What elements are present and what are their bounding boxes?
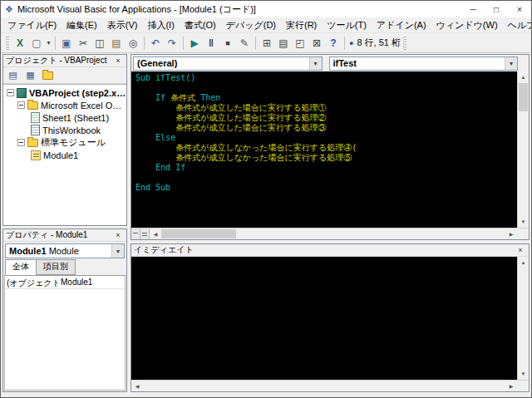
code-horizontal-scrollbar[interactable]: ◀ ▶ (131, 228, 529, 239)
scroll-up-icon[interactable]: ▲ (518, 71, 529, 83)
menu-item-debug[interactable]: デバッグ(D) (221, 17, 281, 33)
code-line: 条件式が成立した場合に実行する処理② (135, 113, 517, 123)
scroll-down-icon[interactable]: ▼ (518, 216, 529, 228)
properties-panel-close-icon[interactable]: × (112, 230, 124, 241)
scroll-left-icon[interactable]: ◀ (131, 381, 143, 391)
collapse-icon[interactable] (7, 89, 14, 96)
object-browser-button[interactable]: ◰ (292, 35, 308, 52)
find-button[interactable]: ◎ (125, 35, 141, 52)
scroll-right-icon[interactable]: ▶ (505, 381, 517, 391)
tree-item-excel-objects-folder[interactable]: Microsoft Excel Objects (5, 99, 126, 111)
menu-item-file[interactable]: ファイル(F) (2, 17, 62, 33)
properties-object-selector[interactable]: Module1 Module ▾ (5, 243, 125, 258)
scroll-down-icon[interactable]: ▼ (518, 368, 529, 380)
procedure-view-button[interactable] (131, 228, 140, 239)
tree-item-sheet1[interactable]: Sheet1 (Sheet1) (5, 111, 126, 124)
scrollbar-thumb[interactable] (519, 83, 528, 111)
tree-item-module1[interactable]: Module1 (5, 149, 126, 161)
copy-button[interactable]: ◫ (91, 35, 108, 52)
collapse-icon[interactable] (17, 139, 25, 146)
tree-item-thisworkbook[interactable]: ThisWorkbook (5, 124, 126, 136)
folder-icon (27, 101, 38, 110)
project-explorer-button[interactable]: ⊞ (259, 35, 275, 52)
scrollbar-track[interactable] (143, 381, 505, 391)
scrollbar-track[interactable] (518, 268, 529, 368)
object-dropdown[interactable]: (General) ▾ (133, 57, 323, 71)
tab-categorized[interactable]: 項目別 (36, 259, 76, 275)
procedure-dropdown[interactable]: ifTest ▾ (329, 57, 519, 71)
scroll-up-icon[interactable]: ▲ (518, 257, 529, 268)
minimize-button[interactable]: ─ (461, 1, 485, 17)
worksheet-icon (31, 112, 40, 123)
code-line: End If (135, 163, 517, 173)
menu-item-run[interactable]: 実行(R) (281, 17, 322, 33)
menu-item-view[interactable]: 表示(V) (102, 17, 143, 33)
immediate-input-area[interactable] (131, 257, 517, 380)
chevron-down-icon[interactable]: ▾ (505, 57, 517, 70)
right-column: (General) ▾ ifTest ▾ Sub ifTest() If 条件式… (131, 54, 530, 392)
menu-item-insert[interactable]: 挿入(I) (142, 17, 179, 33)
toggle-folders-button[interactable] (40, 68, 56, 82)
property-value-cell[interactable]: Module1 (58, 276, 125, 288)
save-button[interactable]: ▣ (58, 35, 75, 52)
help-icon: ? (330, 38, 336, 48)
maximize-button[interactable]: □ (485, 1, 508, 17)
immediate-vertical-scrollbar[interactable]: ▲ ▼ (517, 257, 529, 380)
cut-button[interactable]: ✂ (75, 35, 91, 52)
tree-item-project-root[interactable]: VBAProject (step2.xlsm) (5, 86, 126, 99)
object-browser-icon: ◰ (295, 38, 304, 48)
design-mode-button[interactable]: ✎ (236, 35, 253, 52)
run-button[interactable]: ▶ (186, 35, 203, 52)
scrollbar-thumb[interactable] (161, 229, 236, 238)
chevron-down-icon[interactable]: ▾ (309, 57, 322, 70)
code-vertical-scrollbar[interactable]: ▲ ▼ (517, 71, 529, 228)
redo-button[interactable]: ↷ (164, 35, 180, 52)
code-editor[interactable]: Sub ifTest() If 条件式 Then 条件式が成立した場合に実行する… (131, 71, 517, 228)
code-window-header: (General) ▾ ifTest ▾ (131, 55, 529, 71)
scrollbar-track[interactable] (161, 228, 505, 239)
view-code-button[interactable]: ▤ (5, 68, 21, 82)
full-module-view-button[interactable] (140, 228, 150, 239)
insert-dropdown-button[interactable]: ▾ (45, 39, 52, 47)
scroll-right-icon[interactable]: ▶ (505, 228, 517, 239)
menu-item-help[interactable]: ヘルプ(H) (503, 17, 532, 33)
property-row[interactable]: (オブジェクト名) Module1 (5, 276, 125, 289)
tree-item-modules-folder[interactable]: 標準モジュール (5, 136, 126, 149)
menu-item-window[interactable]: ウィンドウ(W) (431, 17, 503, 33)
view-object-button[interactable]: ▦ (22, 68, 38, 82)
properties-window-button[interactable]: ▤ (275, 35, 292, 52)
menu-item-addins[interactable]: アドイン(A) (372, 17, 431, 33)
break-button[interactable]: ‖ (203, 35, 219, 52)
project-tree[interactable]: VBAProject (step2.xlsm) Microsoft Excel … (3, 84, 126, 225)
properties-window-icon: ▤ (278, 38, 288, 48)
paste-button[interactable]: ▤ (108, 35, 125, 52)
toolbox-button[interactable]: ⊠ (308, 35, 325, 52)
immediate-close-icon[interactable]: × (515, 245, 526, 256)
menu-item-tools[interactable]: ツール(T) (322, 17, 372, 33)
tab-alphabetic[interactable]: 全体 (5, 259, 37, 275)
menu-item-format[interactable]: 書式(O) (180, 17, 221, 33)
toolbar-grip[interactable] (403, 37, 406, 50)
reset-button[interactable]: ■ (219, 35, 236, 52)
undo-button[interactable]: ↶ (147, 35, 164, 52)
design-mode-icon: ✎ (240, 38, 249, 48)
view-excel-button[interactable]: X (12, 35, 28, 52)
toolbar-grip[interactable] (6, 37, 9, 50)
scrollbar-track[interactable] (518, 83, 529, 216)
immediate-titlebar[interactable]: イミディエイト × (131, 244, 529, 257)
collapse-icon[interactable] (17, 101, 25, 109)
immediate-horizontal-scrollbar[interactable]: ◀ ▶ (131, 380, 529, 391)
menu-item-edit[interactable]: 編集(E) (62, 17, 102, 33)
scroll-left-icon[interactable]: ◀ (150, 228, 161, 239)
insert-userform-button[interactable]: ▢ (28, 35, 45, 52)
properties-panel-titlebar[interactable]: プロパティ - Module1 × (3, 229, 126, 242)
view-excel-icon: X (17, 38, 23, 48)
help-button[interactable]: ? (325, 35, 342, 52)
project-panel-close-icon[interactable]: × (112, 56, 124, 66)
undo-icon: ↶ (151, 38, 160, 48)
project-panel-titlebar[interactable]: プロジェクト - VBAProject × (3, 55, 126, 67)
close-button[interactable]: × (508, 1, 531, 17)
code-line: Sub ifTest() (135, 73, 517, 83)
code-line: 条件式が成立しなかった場合に実行する処理④( (135, 143, 517, 153)
chevron-down-icon[interactable]: ▾ (111, 244, 124, 258)
